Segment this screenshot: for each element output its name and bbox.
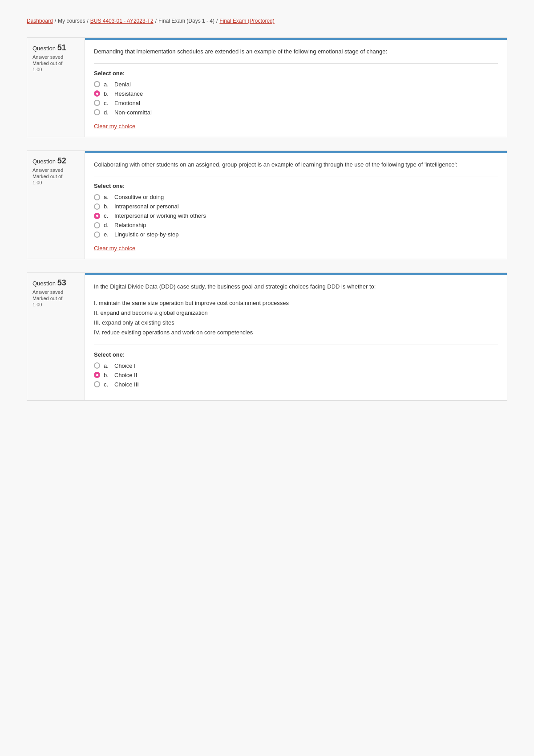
select-one-label-53: Select one:	[94, 351, 498, 358]
page-wrapper: Dashboard / My courses / BUS 4403-01 - A…	[0, 0, 534, 432]
clear-choice-51[interactable]: Clear my choice	[94, 123, 135, 130]
question-marks-label-52: Marked out of	[32, 174, 79, 179]
option-51-d[interactable]: d. Non-committal	[94, 109, 498, 116]
breadcrumb-sep-2: /	[87, 18, 88, 24]
question-number-53: Question 53	[32, 278, 79, 288]
radio-53-b[interactable]	[94, 372, 100, 378]
select-one-label-52: Select one:	[94, 183, 498, 189]
option-text-51-c: Emotional	[114, 100, 140, 106]
option-52-e[interactable]: e. Linguistic or step-by-step	[94, 231, 498, 238]
question-marks-value-51: 1.00	[32, 67, 79, 72]
option-text-52-c: Interpersonal or working with others	[114, 212, 206, 219]
radio-53-a[interactable]	[94, 362, 100, 369]
breadcrumb-sep-3: /	[155, 18, 157, 24]
option-text-53-c: Choice III	[114, 381, 139, 388]
breadcrumb-course[interactable]: BUS 4403-01 - AY2023-T2	[90, 18, 154, 24]
breadcrumb-dashboard[interactable]: Dashboard	[27, 18, 53, 24]
sub-item-53-3: III. expand only at existing sites	[94, 318, 498, 328]
radio-52-b[interactable]	[94, 203, 100, 210]
select-one-label-51: Select one:	[94, 70, 498, 77]
option-text-52-d: Relationship	[114, 222, 146, 228]
breadcrumb-sep-1: /	[55, 18, 56, 24]
divider-51	[94, 63, 498, 64]
option-text-51-a: Denial	[114, 81, 131, 88]
sub-items-53: I. maintain the same size operation but …	[94, 298, 498, 337]
option-52-a[interactable]: a. Consultive or doing	[94, 194, 498, 200]
option-52-d[interactable]: d. Relationship	[94, 222, 498, 228]
option-51-c[interactable]: c. Emotional	[94, 100, 498, 106]
question-main-52: Collaborating with other students on an …	[85, 151, 507, 259]
options-list-53: a. Choice I b. Choice II c. Choice III	[94, 362, 498, 388]
option-52-b[interactable]: b. Intrapersonal or personal	[94, 203, 498, 210]
question-number-51: Question 51	[32, 43, 79, 53]
question-number-52: Question 52	[32, 156, 79, 166]
question-block-51: Question 51 Answer saved Marked out of 1…	[27, 37, 507, 137]
question-block-52: Question 52 Answer saved Marked out of 1…	[27, 150, 507, 260]
option-text-51-d: Non-committal	[114, 109, 152, 116]
question-content-53: In the Digital Divide Data (DDD) case st…	[85, 275, 507, 400]
sub-item-53-4: IV. reduce existing operations and work …	[94, 328, 498, 337]
option-letter-51-a: a.	[104, 81, 111, 88]
option-letter-51-c: c.	[104, 100, 111, 106]
option-letter-53-c: c.	[104, 381, 111, 388]
question-status-52: Answer saved	[32, 167, 79, 173]
option-letter-51-b: b.	[104, 90, 111, 97]
breadcrumb-mycourses: My courses	[58, 18, 85, 24]
question-main-51: Demanding that implementation schedules …	[85, 38, 507, 137]
divider-52	[94, 176, 498, 176]
radio-51-a[interactable]	[94, 81, 100, 87]
breadcrumb: Dashboard / My courses / BUS 4403-01 - A…	[27, 18, 507, 24]
option-text-52-e: Linguistic or step-by-step	[114, 231, 179, 238]
clear-choice-52[interactable]: Clear my choice	[94, 245, 135, 252]
question-text-53: In the Digital Divide Data (DDD) case st…	[94, 282, 498, 291]
sub-item-53-1: I. maintain the same size operation but …	[94, 298, 498, 308]
option-letter-51-d: d.	[104, 109, 111, 116]
question-text-52: Collaborating with other students on an …	[94, 160, 498, 169]
divider-53	[94, 345, 498, 345]
question-sidebar-52: Question 52 Answer saved Marked out of 1…	[27, 151, 85, 259]
option-51-a[interactable]: a. Denial	[94, 81, 498, 88]
question-sidebar-51: Question 51 Answer saved Marked out of 1…	[27, 38, 85, 137]
option-text-52-b: Intrapersonal or personal	[114, 203, 179, 210]
question-main-53: In the Digital Divide Data (DDD) case st…	[85, 273, 507, 400]
question-marks-value-53: 1.00	[32, 302, 79, 307]
option-51-b[interactable]: b. Resistance	[94, 90, 498, 97]
question-marks-label-51: Marked out of	[32, 61, 79, 66]
radio-51-d[interactable]	[94, 109, 100, 115]
option-53-b[interactable]: b. Choice II	[94, 372, 498, 378]
question-status-51: Answer saved	[32, 54, 79, 60]
option-letter-52-c: c.	[104, 212, 111, 219]
question-sidebar-53: Question 53 Answer saved Marked out of 1…	[27, 273, 85, 400]
question-content-52: Collaborating with other students on an …	[85, 153, 507, 259]
options-list-52: a. Consultive or doing b. Intrapersonal …	[94, 194, 498, 238]
option-text-52-a: Consultive or doing	[114, 194, 164, 200]
option-letter-52-b: b.	[104, 203, 111, 210]
option-text-51-b: Resistance	[114, 90, 143, 97]
breadcrumb-proctored[interactable]: Final Exam (Proctored)	[219, 18, 274, 24]
radio-52-a[interactable]	[94, 194, 100, 200]
radio-51-b[interactable]	[94, 90, 100, 97]
option-letter-53-a: a.	[104, 362, 111, 369]
breadcrumb-sep-4: /	[216, 18, 218, 24]
question-block-53: Question 53 Answer saved Marked out of 1…	[27, 272, 507, 401]
option-53-a[interactable]: a. Choice I	[94, 362, 498, 369]
option-letter-52-e: e.	[104, 231, 111, 238]
radio-51-c[interactable]	[94, 100, 100, 106]
radio-53-c[interactable]	[94, 381, 100, 387]
option-text-53-b: Choice II	[114, 372, 137, 378]
breadcrumb-exam: Final Exam (Days 1 - 4)	[158, 18, 214, 24]
options-list-51: a. Denial b. Resistance c. Emotional	[94, 81, 498, 116]
option-letter-53-b: b.	[104, 372, 111, 378]
radio-52-c[interactable]	[94, 213, 100, 219]
option-letter-52-a: a.	[104, 194, 111, 200]
option-53-c[interactable]: c. Choice III	[94, 381, 498, 388]
radio-52-e[interactable]	[94, 232, 100, 238]
question-marks-value-52: 1.00	[32, 180, 79, 185]
option-text-53-a: Choice I	[114, 362, 136, 369]
option-letter-52-d: d.	[104, 222, 111, 228]
radio-52-d[interactable]	[94, 222, 100, 228]
question-status-53: Answer saved	[32, 289, 79, 295]
option-52-c[interactable]: c. Interpersonal or working with others	[94, 212, 498, 219]
sub-item-53-2: II. expand and become a global organizat…	[94, 308, 498, 318]
question-marks-label-53: Marked out of	[32, 296, 79, 301]
